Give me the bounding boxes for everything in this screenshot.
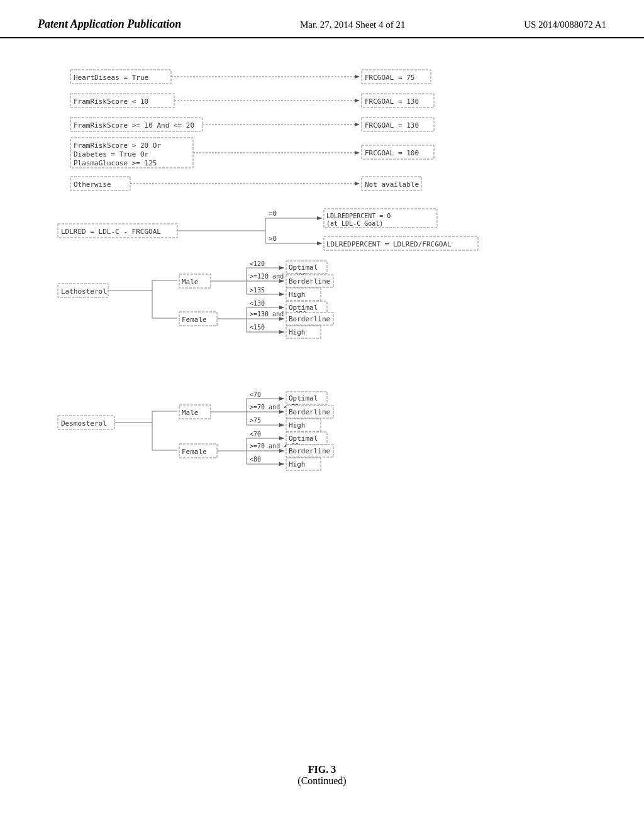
svg-text:Male: Male (182, 278, 199, 286)
svg-text:>75: >75 (250, 417, 261, 424)
svg-text:(at LDL-C Goal): (at LDL-C Goal) (326, 220, 383, 227)
svg-text:<150: <150 (250, 324, 265, 331)
svg-text:Optimal: Optimal (289, 434, 318, 443)
svg-text:<80: <80 (250, 456, 261, 463)
figure-subtitle: (Continued) (52, 775, 592, 787)
diagram-svg: HeartDiseas = True FRCGOAL = 75 FramRisk… (52, 57, 592, 749)
svg-text:Lathosterol: Lathosterol (61, 287, 107, 296)
svg-text:Borderline: Borderline (289, 408, 330, 416)
svg-text:Borderline: Borderline (289, 277, 330, 285)
svg-text:HeartDiseas = True: HeartDiseas = True (74, 74, 148, 82)
svg-text:Borderline: Borderline (289, 315, 330, 323)
svg-text:FRCGOAL = 130: FRCGOAL = 130 (365, 97, 419, 106)
svg-text:FRCGOAL = 130: FRCGOAL = 130 (365, 121, 419, 130)
page-header: Patent Application Publication Mar. 27, … (0, 0, 644, 38)
svg-text:PlasmaGlucose >= 125: PlasmaGlucose >= 125 (74, 159, 157, 167)
svg-text:Otherwise: Otherwise (74, 180, 111, 189)
svg-text:High: High (289, 328, 306, 336)
svg-text:High: High (289, 290, 306, 299)
svg-text:Female: Female (182, 316, 207, 324)
svg-text:Borderline: Borderline (289, 447, 330, 455)
svg-text:=0: =0 (269, 209, 277, 218)
svg-text:>135: >135 (250, 287, 265, 294)
svg-text:Desmosterol: Desmosterol (61, 419, 107, 428)
svg-text:<120: <120 (250, 260, 265, 267)
svg-text:FramRiskScore >= 10 And <= 20: FramRiskScore >= 10 And <= 20 (74, 121, 194, 130)
svg-text:FramRiskScore > 20 Or: FramRiskScore > 20 Or (74, 141, 161, 150)
svg-text:LDLRED = LDL-C - FRCGOAL: LDLRED = LDL-C - FRCGOAL (61, 228, 161, 236)
figure-caption: FIG. 3 (Continued) (52, 764, 592, 787)
svg-text:Male: Male (182, 409, 199, 417)
svg-text:High: High (289, 460, 306, 468)
publication-date-sheet: Mar. 27, 2014 Sheet 4 of 21 (300, 19, 405, 30)
publication-number: US 2014/0088072 A1 (524, 19, 606, 30)
svg-text:FRCGOAL = 100: FRCGOAL = 100 (365, 149, 419, 157)
svg-text:LDLREDPERCENT = 0: LDLREDPERCENT = 0 (326, 213, 391, 219)
svg-text:Not available: Not available (365, 180, 419, 189)
svg-text:<70: <70 (250, 391, 261, 398)
svg-text:Optimal: Optimal (289, 263, 318, 272)
main-content: HeartDiseas = True FRCGOAL = 75 FramRisk… (0, 38, 644, 768)
svg-text:Diabetes = True Or: Diabetes = True Or (74, 150, 149, 158)
svg-text:Female: Female (182, 448, 207, 456)
svg-text:>0: >0 (269, 235, 277, 243)
figure-title: FIG. 3 (52, 764, 592, 775)
figure-diagram: HeartDiseas = True FRCGOAL = 75 FramRisk… (52, 57, 592, 749)
svg-text:LDLREDPERCENT = LDLRED/FRCGOAL: LDLREDPERCENT = LDLRED/FRCGOAL (326, 240, 452, 248)
svg-text:Optimal: Optimal (289, 394, 318, 402)
svg-text:High: High (289, 421, 306, 429)
svg-text:FRCGOAL = 75: FRCGOAL = 75 (365, 74, 414, 82)
svg-text:FramRiskScore < 10: FramRiskScore < 10 (74, 97, 148, 106)
svg-text:<130: <130 (250, 300, 265, 307)
svg-text:<70: <70 (250, 431, 261, 438)
publication-title: Patent Application Publication (38, 18, 181, 31)
